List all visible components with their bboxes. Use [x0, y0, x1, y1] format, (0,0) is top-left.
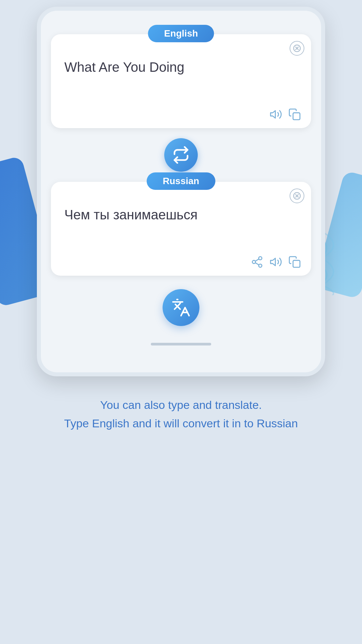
svg-marker-13	[270, 258, 275, 266]
share-icon	[251, 256, 263, 268]
source-text: What Are You Doing	[64, 54, 298, 76]
target-copy-button[interactable]	[288, 256, 301, 268]
bottom-text-line2: Type English and it will convert it in t…	[64, 415, 298, 432]
speaker-icon-2	[269, 256, 282, 268]
source-card-wrapper: English What Are You Doing	[51, 34, 311, 128]
translate-wrapper	[51, 289, 311, 326]
swap-wrapper	[51, 138, 311, 172]
swap-icon	[172, 146, 190, 164]
phone-mockup: English What Are You Doing	[37, 7, 325, 376]
svg-marker-3	[270, 111, 275, 118]
translate-button[interactable]	[163, 289, 199, 326]
source-card: What Are You Doing	[51, 34, 311, 128]
bottom-text-section: You can also type and translate. Type En…	[44, 396, 318, 432]
svg-rect-14	[293, 260, 300, 267]
svg-line-12	[255, 259, 259, 261]
home-bar	[151, 343, 211, 345]
target-lang-badge[interactable]: Russian	[147, 172, 216, 190]
source-speak-button[interactable]	[269, 108, 282, 121]
close-icon-2	[293, 192, 301, 200]
target-text: Чем ты занимаешься	[64, 202, 298, 224]
target-actions	[251, 256, 301, 268]
source-lang-badge[interactable]: English	[148, 25, 214, 42]
source-close-button[interactable]	[290, 41, 304, 56]
svg-line-11	[255, 263, 259, 265]
target-speak-button[interactable]	[269, 256, 282, 268]
home-indicator	[51, 343, 311, 345]
copy-icon-2	[288, 256, 301, 268]
svg-rect-4	[293, 113, 300, 120]
source-copy-button[interactable]	[288, 108, 301, 121]
bottom-text-line1: You can also type and translate.	[64, 396, 298, 414]
target-share-button[interactable]	[251, 256, 263, 268]
translate-icon	[171, 298, 191, 317]
target-card-wrapper: Russian Чем ты занимаешься	[51, 182, 311, 276]
target-close-button[interactable]	[290, 189, 304, 203]
copy-icon	[288, 108, 301, 121]
target-card: Чем ты занимаешься	[51, 182, 311, 276]
close-icon	[293, 44, 301, 52]
swap-button[interactable]	[164, 138, 198, 172]
speaker-icon	[269, 108, 282, 121]
source-actions	[269, 108, 301, 121]
